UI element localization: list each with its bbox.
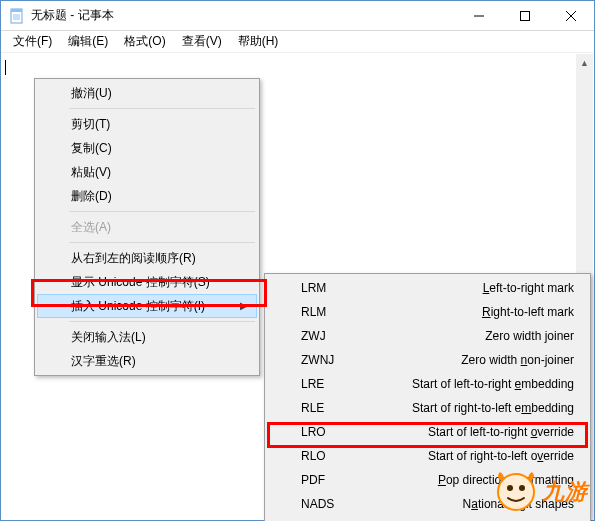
unicode-desc: Start of right-to-left embedding [363,396,574,420]
title-bar: 无标题 - 记事本 [1,1,594,31]
svg-point-10 [507,485,513,491]
watermark-text: 九游 [542,477,588,507]
svg-rect-1 [11,9,22,12]
unicode-code: RLE [301,396,363,420]
notepad-icon [9,8,25,24]
menu-bar: 文件(F) 编辑(E) 格式(O) 查看(V) 帮助(H) [1,31,594,53]
ctx-close-ime[interactable]: 关闭输入法(L) [37,325,257,349]
unicode-item-rle[interactable]: RLEStart of right-to-left embedding [267,396,588,420]
menu-view[interactable]: 查看(V) [174,31,230,52]
unicode-code: ZWJ [301,324,363,348]
ctx-separator [69,242,255,243]
unicode-code: RLM [301,300,363,324]
ctx-separator [69,108,255,109]
ctx-undo[interactable]: 撤消(U) [37,81,257,105]
submenu-arrow-icon: ▶ [240,295,248,317]
unicode-item-lrm[interactable]: LRMLeft-to-right mark [267,276,588,300]
unicode-item-rlm[interactable]: RLMRight-to-left mark [267,300,588,324]
watermark-logo: 九游 [494,470,588,514]
unicode-desc: Zero width joiner [363,324,574,348]
ctx-insert-unicode-label: 插入 Unicode 控制字符(I) [71,299,205,313]
context-menu: 撤消(U) 剪切(T) 复制(C) 粘贴(V) 删除(D) 全选(A) 从右到左… [34,78,260,376]
ctx-separator [69,321,255,322]
menu-help[interactable]: 帮助(H) [230,31,287,52]
unicode-desc: Right-to-left mark [363,300,574,324]
ctx-delete[interactable]: 删除(D) [37,184,257,208]
unicode-item-lre[interactable]: LREStart of left-to-right embedding [267,372,588,396]
unicode-item-zwj[interactable]: ZWJZero width joiner [267,324,588,348]
close-button[interactable] [548,1,594,30]
unicode-item-rlo[interactable]: RLOStart of right-to-left override [267,444,588,468]
unicode-desc: Nominal digit shapes [363,516,574,521]
unicode-code: LRM [301,276,363,300]
unicode-desc: Start of right-to-left override [363,444,574,468]
unicode-code: RLO [301,444,363,468]
ctx-select-all: 全选(A) [37,215,257,239]
unicode-item-nods[interactable]: NODSNominal digit shapes [267,516,588,521]
unicode-item-zwnj[interactable]: ZWNJZero width non-joiner [267,348,588,372]
unicode-code: NADS [301,492,363,516]
ctx-insert-unicode[interactable]: 插入 Unicode 控制字符(I) ▶ [37,294,257,318]
ctx-paste[interactable]: 粘贴(V) [37,160,257,184]
svg-point-11 [519,485,525,491]
unicode-code: ZWNJ [301,348,363,372]
window-controls [456,1,594,30]
ctx-show-unicode[interactable]: 显示 Unicode 控制字符(S) [37,270,257,294]
ctx-cut[interactable]: 剪切(T) [37,112,257,136]
unicode-code: PDF [301,468,363,492]
menu-format[interactable]: 格式(O) [116,31,173,52]
unicode-item-lro[interactable]: LROStart of left-to-right override [267,420,588,444]
unicode-desc: Left-to-right mark [363,276,574,300]
unicode-code: LRE [301,372,363,396]
text-caret [5,60,6,75]
notepad-window: 无标题 - 记事本 文件(F) 编辑(E) 格式(O) 查看(V) 帮助(H) … [0,0,595,521]
maximize-button[interactable] [502,1,548,30]
ctx-copy[interactable]: 复制(C) [37,136,257,160]
minimize-button[interactable] [456,1,502,30]
scroll-up-icon[interactable]: ▲ [576,54,593,71]
ctx-rtl-reading[interactable]: 从右到左的阅读顺序(R) [37,246,257,270]
svg-rect-6 [521,11,530,20]
ctx-hanzi-reselect[interactable]: 汉字重选(R) [37,349,257,373]
ctx-separator [69,211,255,212]
window-title: 无标题 - 记事本 [31,7,456,24]
unicode-code: NODS [301,516,363,521]
unicode-desc: Start of left-to-right embedding [363,372,574,396]
unicode-code: LRO [301,420,363,444]
watermark-icon [494,470,538,514]
menu-file[interactable]: 文件(F) [5,31,60,52]
unicode-desc: Zero width non-joiner [363,348,574,372]
unicode-desc: Start of left-to-right override [363,420,574,444]
menu-edit[interactable]: 编辑(E) [60,31,116,52]
